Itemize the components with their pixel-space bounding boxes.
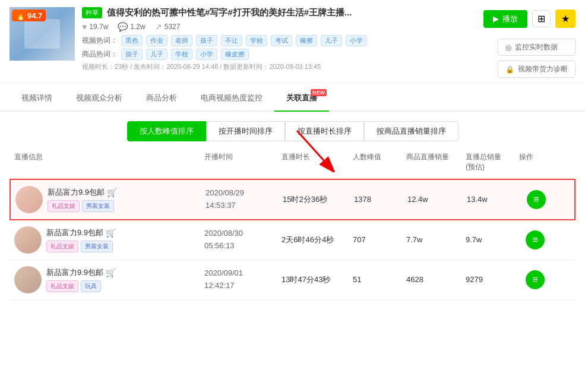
product-keywords-row: 商品热词： 孩子 儿子 学校 小学 橡皮擦 bbox=[82, 49, 476, 60]
qr-button[interactable]: ⊞ bbox=[532, 10, 551, 27]
monitor-button[interactable]: ◎ 监控实时数据 bbox=[498, 39, 575, 56]
detail-button-0[interactable]: ≡ bbox=[527, 190, 546, 209]
sort-by-start-time[interactable]: 按开播时间排序 bbox=[206, 121, 285, 141]
action-1: ≡ bbox=[514, 230, 556, 249]
shares-stat: ↗ 5327 bbox=[155, 22, 181, 31]
sort-sales-label: 按商品直播销量排序 bbox=[377, 127, 446, 135]
tag-blue-0: 男装女装 bbox=[82, 200, 114, 212]
sort-buttons: 按人数峰值排序 按开播时间排序 按直播时长排序 按商品直播销量排序 bbox=[0, 112, 585, 146]
cart-icon-0: 🛒 bbox=[107, 188, 117, 197]
tag-pink-0: 礼品文娱 bbox=[48, 200, 80, 212]
score-badge: 🔥 94.7 bbox=[12, 10, 46, 21]
product-keywords-label: 商品热词： bbox=[82, 49, 118, 59]
live-table: 直播信息 开播时间 直播时长 人数峰值 商品直播销量 直播总销量(预估) 操作 … bbox=[0, 146, 585, 309]
live-info-1: 新品富力9.9包邮 🛒 礼品文娱 男装女装 bbox=[10, 226, 200, 254]
qr-icon: ⊞ bbox=[537, 14, 545, 24]
col-total-sales: 直播总销量(预估) bbox=[461, 152, 514, 172]
video-meta: 视频时长：23秒 / 发布时间：2020-08-29 14:48 / 数据更新时… bbox=[82, 62, 476, 71]
live-sales-2: 4628 bbox=[401, 275, 461, 284]
live-name-tags-0: 新品富力9.9包邮 🛒 礼品文娱 男装女装 bbox=[48, 187, 117, 212]
start-time-2: 2020/09/0112:42:17 bbox=[200, 267, 277, 292]
table-row: 新品富力9.9包邮 🛒 礼品文娱 男装女装 2020/08/3005:56:13… bbox=[10, 220, 575, 260]
kw-tag-6: 考试 bbox=[271, 35, 292, 46]
zhongcao-badge: 种草 bbox=[82, 7, 102, 18]
new-badge: NEW bbox=[311, 89, 327, 96]
live-name-tags-1: 新品富力9.9包邮 🛒 礼品文娱 男装女装 bbox=[46, 227, 116, 252]
tab-related-live[interactable]: 关联直播 NEW bbox=[274, 86, 329, 112]
action-0: ≡ bbox=[516, 190, 557, 209]
col-duration: 直播时长 bbox=[277, 152, 348, 172]
monitor-icon: ◎ bbox=[505, 43, 511, 52]
tab-label-1: 视频观众分析 bbox=[76, 93, 122, 102]
pkw-tag-0: 孩子 bbox=[121, 49, 143, 60]
star-button[interactable]: ★ bbox=[555, 10, 575, 28]
live-name-0: 新品富力9.9包邮 🛒 bbox=[48, 187, 117, 198]
detail-button-1[interactable]: ≡ bbox=[526, 230, 545, 249]
star-icon: ★ bbox=[561, 14, 570, 24]
avatar-1 bbox=[14, 226, 42, 254]
live-name-1: 新品富力9.9包邮 🛒 bbox=[46, 227, 116, 238]
tags-2: 礼品文娱 玩具 bbox=[46, 280, 116, 292]
tabs-nav: 视频详情 视频观众分析 商品分析 电商视频热度监控 关联直播 NEW bbox=[0, 86, 585, 112]
live-title-2: 新品富力9.9包邮 bbox=[46, 267, 103, 278]
tag-blue-1: 男装女装 bbox=[81, 241, 113, 252]
live-info-2: 新品富力9.9包邮 🛒 礼品文娱 玩具 bbox=[10, 266, 200, 293]
likes-stat: ♥ 19.7w bbox=[82, 22, 108, 31]
total-sales-1: 9.7w bbox=[461, 235, 514, 244]
col-start-time: 开播时间 bbox=[200, 152, 277, 172]
score-value: 94.7 bbox=[27, 11, 42, 20]
live-name-2: 新品富力9.9包邮 🛒 bbox=[46, 267, 116, 278]
col-peak: 人数峰值 bbox=[348, 152, 401, 172]
avatar-2 bbox=[14, 266, 42, 293]
col-live-sales: 商品直播销量 bbox=[401, 152, 461, 172]
duration-2: 13时47分43秒 bbox=[277, 274, 348, 285]
live-sales-0: 12.4w bbox=[403, 195, 462, 204]
col-live-info: 直播信息 bbox=[10, 152, 200, 172]
lock-icon: 🔒 bbox=[505, 65, 514, 74]
play-icon: ▶ bbox=[493, 14, 499, 23]
sort-duration-label: 按直播时长排序 bbox=[298, 127, 352, 135]
diagnose-button[interactable]: 🔒 视频带货力诊断 bbox=[498, 61, 575, 78]
kw-tag-5: 学校 bbox=[246, 35, 267, 46]
pkw-tag-2: 学校 bbox=[171, 49, 192, 60]
duration-0: 15时2分36秒 bbox=[278, 194, 349, 205]
tab-product-analysis[interactable]: 商品分析 bbox=[134, 86, 189, 112]
sort-peak-label: 按人数峰值排序 bbox=[140, 127, 194, 135]
kw-tag-7: 橡擦 bbox=[296, 35, 317, 46]
likes-value: 19.7w bbox=[89, 23, 108, 31]
live-title-0: 新品富力9.9包邮 bbox=[48, 187, 105, 198]
sort-by-peak[interactable]: 按人数峰值排序 bbox=[127, 121, 206, 141]
tab-video-detail[interactable]: 视频详情 bbox=[10, 86, 64, 112]
action-2: ≡ bbox=[514, 270, 556, 289]
sort-by-sales[interactable]: 按商品直播销量排序 bbox=[364, 121, 458, 141]
sort-by-duration[interactable]: 按直播时长排序 bbox=[285, 121, 364, 141]
share-icon: ↗ bbox=[155, 22, 162, 31]
video-keywords-row: 视频热词： 黑色 作业 老师 孩子 不让 学校 考试 橡擦 儿子 小学 bbox=[82, 35, 476, 46]
comments-stat: 💬 1.2w bbox=[118, 22, 145, 31]
tab-ecommerce-monitor[interactable]: 电商视频热度监控 bbox=[189, 86, 274, 112]
table-row: 新品富力9.9包邮 🛒 礼品文娱 男装女装 2020/08/2914:53:37… bbox=[10, 179, 575, 220]
kw-tag-1: 作业 bbox=[146, 35, 167, 46]
comment-icon: 💬 bbox=[118, 22, 128, 31]
shares-value: 5327 bbox=[165, 23, 181, 31]
col-action: 操作 bbox=[514, 152, 556, 172]
start-time-0: 2020/08/2914:53:37 bbox=[201, 187, 278, 212]
kw-tag-4: 不让 bbox=[221, 35, 242, 46]
kw-tag-9: 小学 bbox=[346, 35, 367, 46]
flame-icon: 🔥 bbox=[15, 11, 26, 20]
detail-button-2[interactable]: ≡ bbox=[526, 270, 545, 289]
top-right-actions: ▶ 播放 ⊞ ★ ◎ 监控实时数据 🔒 bbox=[483, 7, 575, 78]
video-title: 值得安利的热可擦中性笔#写字#打开我的美好生活#王牌主播... bbox=[107, 7, 476, 18]
live-title-1: 新品富力9.9包邮 bbox=[46, 227, 103, 238]
play-button[interactable]: ▶ 播放 bbox=[483, 10, 527, 28]
kw-tag-3: 孩子 bbox=[196, 35, 217, 46]
peak-0: 1378 bbox=[349, 195, 403, 204]
cart-icon-1: 🛒 bbox=[106, 228, 116, 238]
peak-2: 51 bbox=[348, 275, 401, 284]
tab-audience-analysis[interactable]: 视频观众分析 bbox=[64, 86, 134, 112]
live-sales-1: 7.7w bbox=[401, 235, 461, 244]
total-sales-0: 13.4w bbox=[462, 195, 516, 204]
tab-label-3: 电商视频热度监控 bbox=[201, 93, 263, 102]
tag-pink-1: 礼品文娱 bbox=[46, 241, 78, 252]
tab-label-2: 商品分析 bbox=[146, 93, 177, 102]
